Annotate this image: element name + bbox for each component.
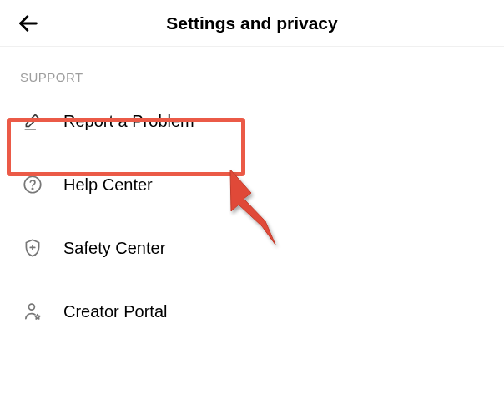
menu-item-label: Report a Problem bbox=[63, 112, 194, 131]
section-label-support: SUPPORT bbox=[0, 47, 504, 89]
back-button[interactable] bbox=[15, 10, 42, 37]
menu-item-label: Safety Center bbox=[63, 239, 165, 258]
menu-item-report-problem[interactable]: Report a Problem bbox=[0, 89, 504, 153]
menu-item-help-center[interactable]: Help Center bbox=[0, 153, 504, 216]
menu-item-label: Creator Portal bbox=[63, 302, 168, 321]
header-bar: Settings and privacy bbox=[0, 0, 504, 47]
menu-item-label: Help Center bbox=[63, 175, 153, 195]
support-menu: Report a Problem Help Center Safety Cent… bbox=[0, 89, 504, 343]
svg-point-6 bbox=[28, 304, 34, 310]
shield-icon bbox=[20, 235, 45, 261]
person-icon bbox=[20, 299, 45, 324]
menu-item-creator-portal[interactable]: Creator Portal bbox=[0, 280, 504, 343]
svg-point-3 bbox=[32, 188, 33, 189]
question-icon bbox=[20, 172, 45, 197]
page-title: Settings and privacy bbox=[166, 13, 337, 33]
back-arrow-icon bbox=[17, 12, 40, 35]
menu-item-safety-center[interactable]: Safety Center bbox=[0, 216, 504, 280]
pencil-icon bbox=[20, 109, 45, 134]
